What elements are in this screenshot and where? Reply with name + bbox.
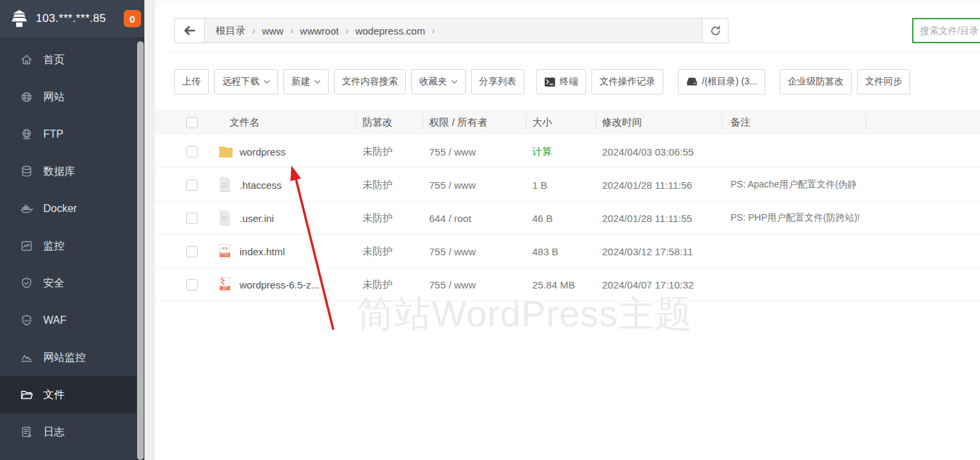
new-file-button[interactable]: 新建 — [283, 69, 329, 94]
globe-icon — [20, 90, 33, 104]
upload-button[interactable]: 上传 — [174, 69, 209, 94]
file-name[interactable]: wordpress — [240, 135, 285, 168]
sidebar-item-label: 网站监控 — [43, 351, 86, 365]
file-note: PS: PHP用户配置文件(防跨站)! — [731, 201, 860, 235]
path-bar: 根目录 › www › wwwroot › wodepress.com › — [174, 18, 729, 43]
file-icon — [218, 201, 232, 235]
table-row-indexhtml[interactable]: <>HTML index.html 未防护 755 / www 483 B 20… — [155, 235, 980, 268]
file-icon — [218, 168, 232, 201]
column-divider — [526, 115, 526, 130]
refresh-button[interactable] — [702, 18, 729, 43]
sidebar-item-security[interactable]: 安全 — [0, 265, 136, 302]
file-name[interactable]: index.html — [240, 235, 285, 268]
column-divider — [356, 115, 357, 130]
zip-file-icon: ZIP — [218, 268, 232, 301]
file-name[interactable]: .htaccess — [240, 168, 281, 201]
file-name[interactable]: .user.ini — [240, 201, 274, 235]
row-checkbox[interactable] — [186, 146, 198, 158]
file-size: 46 B — [532, 201, 553, 235]
sidebar-item-database[interactable]: 数据库 — [0, 153, 136, 190]
back-arrow-icon — [183, 25, 196, 36]
column-divider — [422, 115, 423, 130]
table-row-wordpress[interactable]: wordpress 未防护 755 / www 计算 2024/04/03 03… — [155, 135, 980, 168]
content-search-button[interactable]: 文件内容搜索 — [334, 69, 406, 94]
breadcrumb-separator: › — [290, 25, 293, 36]
table-row-userini[interactable]: .user.ini 未防护 644 / root 46 B 2024/01/28… — [155, 201, 980, 235]
row-checkbox[interactable] — [186, 279, 198, 290]
svg-text:HTML: HTML — [221, 253, 230, 257]
terminal-button[interactable]: 终端 — [536, 69, 586, 94]
breadcrumb-item-wwwroot[interactable]: wwwroot — [300, 25, 339, 37]
row-checkbox[interactable] — [186, 213, 198, 224]
sidebar-item-waf[interactable]: WAF WAF — [0, 302, 136, 339]
tamper-status: 未防护 — [363, 235, 393, 268]
file-table-body: wordpress 未防护 755 / www 计算 2024/04/03 03… — [155, 135, 980, 301]
table-row-htaccess[interactable]: .htaccess 未防护 755 / www 1 B 2024/01/28 1… — [155, 168, 980, 201]
sidebar: 首页 网站 FTP 数据库 Docker — [0, 0, 136, 460]
breadcrumb-separator: › — [252, 25, 255, 36]
tamper-status: 未防护 — [363, 135, 393, 168]
sidebar-item-website[interactable]: 网站 — [0, 78, 136, 116]
breadcrumb-item-root[interactable]: 根目录 — [216, 25, 245, 37]
sidebar-scrollbar-thumb[interactable] — [137, 41, 144, 460]
file-history-button[interactable]: 文件操作记录 — [591, 69, 663, 94]
tamper-status: 未防护 — [363, 268, 393, 301]
waf-shield-icon: WAF — [20, 314, 33, 327]
header-permission[interactable]: 权限 / 所有者 — [429, 110, 488, 135]
permission-owner: 755 / www — [429, 168, 476, 201]
file-size: 483 B — [532, 235, 558, 268]
tamper-status: 未防护 — [363, 168, 393, 201]
search-input[interactable] — [912, 18, 980, 43]
file-name[interactable]: wordpress-6.5-z... — [240, 268, 319, 301]
breadcrumb-item-site[interactable]: wodepress.com — [355, 25, 425, 37]
sidebar-item-logs[interactable]: 日志 — [0, 413, 136, 451]
modified-time: 2024/04/07 17:10:32 — [602, 268, 694, 301]
database-icon — [20, 165, 33, 178]
favorites-button[interactable]: 收藏夹 — [411, 69, 466, 94]
sidebar-item-label: 日志 — [43, 425, 65, 439]
header-size[interactable]: 大小 — [532, 110, 552, 135]
tamper-proof-button[interactable]: 企业级防篡改 — [780, 69, 852, 94]
file-sync-button[interactable]: 文件同步 — [857, 69, 910, 94]
server-ip: 103.***.***.85 — [36, 12, 106, 25]
sidebar-item-label: 文件 — [43, 388, 65, 402]
permission-owner: 755 / www — [429, 235, 476, 268]
monitor-chart-icon — [20, 239, 33, 253]
sidebar-scrollbar[interactable] — [136, 0, 144, 460]
sidebar-item-ftp[interactable]: FTP — [0, 116, 136, 153]
breadcrumb-item-www[interactable]: www — [262, 25, 284, 37]
sidebar-item-label: Docker — [43, 203, 77, 215]
column-divider — [595, 115, 596, 130]
html-file-icon: <>HTML — [218, 235, 232, 268]
chevron-down-icon — [314, 80, 321, 84]
table-row-wordpress-zip[interactable]: ZIP wordpress-6.5-z... 未防护 755 / www 25.… — [155, 268, 980, 301]
back-button[interactable] — [174, 18, 205, 43]
select-all-checkbox[interactable] — [186, 117, 198, 128]
row-checkbox[interactable] — [186, 246, 198, 257]
disk-select-button[interactable]: /(根目录) (3... — [678, 69, 765, 94]
sidebar-item-site-monitor[interactable]: 网站监控 — [0, 339, 136, 376]
header-tamper[interactable]: 防篡改 — [363, 110, 393, 135]
file-size: 25.84 MB — [532, 268, 575, 301]
remote-download-button[interactable]: 远程下载 — [214, 69, 278, 94]
calc-size-link[interactable]: 计算 — [532, 146, 552, 158]
sidebar-item-label: 安全 — [43, 277, 65, 290]
sidebar-item-docker[interactable]: Docker — [0, 190, 136, 227]
sidebar-item-files[interactable]: 文件 — [0, 376, 136, 413]
row-checkbox[interactable] — [186, 179, 198, 191]
file-manager-panel: 根目录 › www › wwwroot › wodepress.com › 上传… — [155, 5, 980, 460]
header-mtime[interactable]: 修改时间 — [602, 110, 642, 135]
share-list-button[interactable]: 分享列表 — [471, 69, 524, 94]
message-count-badge[interactable]: 0 — [124, 10, 141, 27]
svg-text:ZIP: ZIP — [222, 287, 227, 290]
table-header: 文件名 防篡改 权限 / 所有者 大小 修改时间 备注 — [155, 110, 980, 135]
sidebar-item-label: 首页 — [43, 53, 65, 67]
header-note[interactable]: 备注 — [731, 110, 750, 135]
sidebar-item-home[interactable]: 首页 — [0, 41, 136, 78]
chevron-down-icon — [263, 80, 270, 84]
file-size: 1 B — [532, 168, 548, 201]
chevron-down-icon — [451, 80, 458, 84]
header-filename[interactable]: 文件名 — [230, 110, 259, 135]
bt-panel-logo-icon — [9, 9, 29, 29]
sidebar-item-monitor[interactable]: 监控 — [0, 227, 136, 265]
